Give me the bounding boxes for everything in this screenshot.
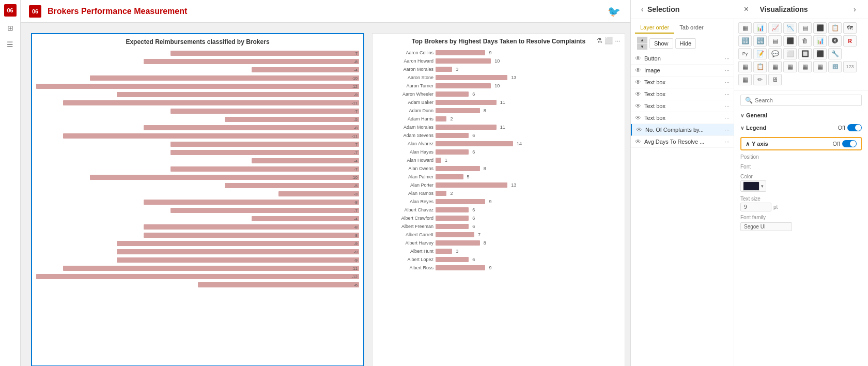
legend-toggle-track[interactable] [847,124,862,131]
tab-layer-order[interactable]: Layer order [635,22,674,34]
viz-icon-r-visual[interactable]: 🅡 [828,35,842,47]
left-chart-bar: -4 [36,157,359,164]
legend-toggle-label: Off [838,125,845,131]
sel-item-more-icon[interactable]: ··· [725,91,730,97]
viz-icon-area[interactable]: 📉 [783,22,797,34]
selection-list-item[interactable]: 👁 Text box ··· [631,77,734,88]
chart-toolbar: ⚗ ⬜ ··· [596,37,621,44]
sel-item-more-icon[interactable]: ··· [725,67,730,73]
layout-icon[interactable]: ☰ [5,39,16,50]
selection-list-item[interactable]: 👁 Avg Days To Resolve ... ··· [631,136,734,148]
filter-icon[interactable]: ⚗ [596,37,602,44]
viz-icon-image[interactable]: ⬛ [813,48,827,59]
legend-toggle[interactable]: Off [838,124,862,131]
expand-icon[interactable]: ⬜ [605,37,613,44]
viz-icon-custom2[interactable]: 📋 [753,61,767,72]
selection-list-item[interactable]: 👁 Text box ··· [631,100,734,112]
viz-icon-line[interactable]: 📈 [768,22,782,34]
search-input[interactable] [755,97,857,103]
viz-icon-qna[interactable]: 💬 [768,48,782,59]
color-picker[interactable]: ▾ [740,180,766,192]
viz-icon-kpi[interactable]: 🔣 [753,35,767,47]
viz-icon-custom7[interactable]: 🔢 [828,61,842,72]
right-chart[interactable]: Top Brokers by Highest Days Taken to Res… [372,33,625,366]
right-chart-bar: Adam Baker 11 [377,99,621,106]
broker-name-label: Adam Dunn [377,108,433,113]
left-chart[interactable]: Expected Reimbursements classified by Br… [31,33,364,366]
viz-icon-scatter[interactable]: ⬛ [813,22,827,34]
general-section-toggle[interactable]: ∨ General [740,110,862,120]
sel-item-more-icon[interactable]: ··· [725,115,730,121]
viz-icon-stacked-bar[interactable]: ▦ [738,22,752,34]
legend-section-toggle[interactable]: ∨ Legend [740,123,838,133]
viz-icon-ribbon[interactable]: ▤ [798,22,812,34]
viz-icon-matrix[interactable]: 🔢 [738,35,752,47]
viz-icon-custom10[interactable]: 🖥 [768,74,782,85]
selection-list-item[interactable]: 👁 Image ··· [631,65,734,77]
viz-icon-custom1[interactable]: ▦ [738,61,752,72]
viz-icon-custom5[interactable]: ▦ [798,61,812,72]
broker-name-label: Alan Owens [377,166,433,171]
viz-icon-button[interactable]: 🔧 [828,48,842,59]
broker-value-label: 2 [450,116,453,121]
viz-icon-custom6[interactable]: ▦ [813,61,827,72]
viz-icon-bar[interactable]: 📊 [753,22,767,34]
sel-item-more-icon[interactable]: ··· [725,139,730,145]
viz-icon-custom4[interactable]: ▦ [783,61,797,72]
sel-item-more-icon[interactable]: ··· [725,55,730,62]
viz-icon-funnel[interactable]: ⬛ [783,35,797,47]
panel-back-button[interactable]: ‹ [637,4,647,14]
selection-list-item[interactable]: 👁 Text box ··· [631,88,734,100]
viz-icon-custom9[interactable]: ✏ [753,74,767,85]
viz-icon-gauge[interactable]: 🗑 [798,35,812,47]
arrow-down-button[interactable]: ▼ [637,43,647,50]
sel-item-more-icon[interactable]: ··· [725,79,730,85]
broker-name-label: Alan Hayes [377,149,433,155]
viz-icon-table[interactable]: 📋 [828,22,842,34]
viz-icon-r2[interactable]: R [843,35,857,47]
left-chart-bar: -8 [36,58,359,65]
broker-value-label: 9 [489,50,491,55]
right-chart-bar: Albert Garrett 7 [377,231,621,238]
viz-icon-map[interactable]: 🗺 [843,22,857,34]
broker-name-label: Adam Baker [377,100,433,105]
panel-expand-button[interactable]: › [854,5,862,13]
arrow-up-button[interactable]: ▲ [637,37,647,43]
hide-button[interactable]: Hide [675,38,696,49]
viz-icon-python[interactable]: Py [738,48,752,59]
viz-icon-treemap[interactable]: ▤ [768,35,782,47]
search-icon: 🔍 [745,97,753,104]
panel-close-button[interactable]: × [741,4,752,14]
search-box[interactable]: 🔍 [740,95,862,106]
y-axis-toggle-track[interactable] [842,140,857,147]
left-chart-bar: -7 [36,108,359,115]
viz-icon-custom8[interactable]: ▦ [738,74,752,85]
sel-item-more-icon[interactable]: ··· [725,103,730,109]
left-chart-bar: -8 [36,232,359,239]
selection-list-item[interactable]: 👁 No. Of Complaints by... ··· [631,124,734,136]
show-button[interactable]: Show [649,38,673,49]
text-size-input[interactable] [740,203,771,211]
more-icon[interactable]: ··· [615,37,621,44]
tab-tab-order[interactable]: Tab order [674,22,708,34]
selection-list-item[interactable]: 👁 Button ··· [631,53,734,65]
grid-icon[interactable]: ⊞ [5,23,16,33]
main-area: 06 Brokers Performance Measurement 🐦 Exp… [21,0,630,366]
broker-value-label: 5 [467,174,470,179]
viz-icon-card[interactable]: 📊 [813,35,827,47]
sel-item-more-icon[interactable]: ··· [725,127,730,133]
selection-list-item[interactable]: 👁 Text box ··· [631,112,734,124]
viz-row-5: ▦ ✏ 🖥 [738,74,864,85]
broker-value-label: 1 [445,158,447,163]
viz-icon-custom3[interactable]: ▦ [768,61,782,72]
viz-icon-blank[interactable]: ⬜ [783,48,797,59]
font-family-input[interactable] [740,222,792,231]
visibility-icon: 👁 [635,102,641,110]
viz-icon-textbox[interactable]: 📝 [753,48,767,59]
y-axis-toggle-label: Off [833,141,840,147]
viz-icon-shape[interactable]: 🔲 [798,48,812,59]
y-axis-label[interactable]: ∧ Y axis [746,141,768,147]
viz-icon-numeric[interactable]: 123 [843,61,857,72]
y-axis-toggle[interactable]: Off [833,140,857,147]
legend-chevron-icon: ∨ [740,125,744,131]
